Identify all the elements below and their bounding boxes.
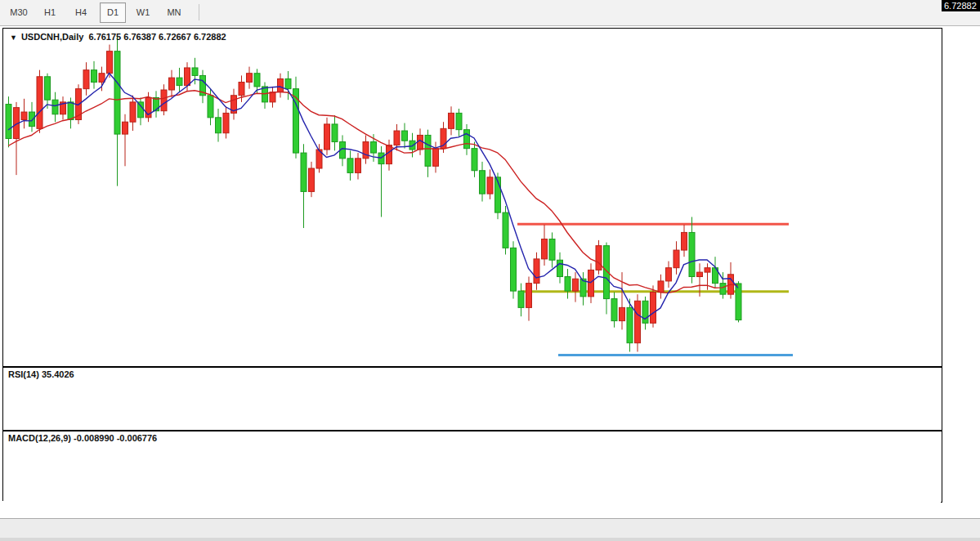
candle-body bbox=[449, 113, 454, 128]
candle-body bbox=[192, 68, 198, 75]
candle-body bbox=[45, 77, 51, 100]
candle-body bbox=[363, 142, 369, 159]
timeframe-toolbar: M30H1H4D1W1MN bbox=[0, 0, 980, 26]
candle-body bbox=[682, 232, 687, 250]
chart-symbol: USDCNH,Daily bbox=[21, 32, 83, 42]
candle-body bbox=[487, 177, 493, 194]
candle-body bbox=[371, 142, 377, 154]
candle-body bbox=[565, 277, 571, 292]
rsi-chart bbox=[3, 368, 940, 428]
candle-body bbox=[642, 301, 648, 323]
candle-body bbox=[666, 268, 672, 281]
candle-body bbox=[433, 149, 439, 167]
candle-body bbox=[387, 145, 392, 164]
candle-body bbox=[425, 135, 431, 166]
current-price-badge: 6.72882 bbox=[942, 0, 980, 11]
candle-body bbox=[627, 307, 633, 342]
candle-body bbox=[689, 232, 695, 276]
candle-body bbox=[480, 171, 486, 194]
candle-body bbox=[620, 307, 625, 320]
candle-body bbox=[673, 250, 679, 268]
candle-body bbox=[123, 122, 128, 134]
candle-body bbox=[223, 113, 229, 132]
candle-body bbox=[697, 272, 703, 276]
date-axis bbox=[2, 501, 941, 517]
candle-body bbox=[99, 74, 105, 83]
candle-body bbox=[270, 92, 275, 102]
candle-body bbox=[6, 105, 11, 139]
candle-body bbox=[557, 260, 563, 276]
candle-body bbox=[21, 112, 27, 119]
candle-body bbox=[542, 239, 548, 259]
candle-body bbox=[185, 68, 190, 86]
candle-body bbox=[114, 51, 120, 134]
rsi-label: RSI(14) 35.4026 bbox=[8, 369, 74, 379]
candle-body bbox=[394, 131, 400, 145]
timeframe-button-m30[interactable]: M30 bbox=[7, 3, 31, 21]
candle-body bbox=[549, 239, 555, 261]
candle-body bbox=[324, 124, 330, 150]
candle-body bbox=[635, 301, 641, 342]
candle-body bbox=[464, 130, 470, 149]
candle-body bbox=[651, 292, 656, 323]
toolbar-separator bbox=[199, 4, 199, 20]
candle-body bbox=[418, 135, 423, 150]
candle-body bbox=[658, 281, 664, 293]
candle-body bbox=[596, 246, 602, 270]
candle-body bbox=[332, 124, 338, 142]
candlestick-chart bbox=[3, 29, 940, 364]
candle-body bbox=[301, 153, 307, 191]
candle-body bbox=[254, 74, 260, 87]
candle-body bbox=[309, 168, 315, 191]
price-chart-pane[interactable] bbox=[2, 28, 942, 367]
candle-body bbox=[402, 131, 408, 141]
candle-body bbox=[161, 90, 167, 111]
timeframe-button-h1[interactable]: H1 bbox=[38, 3, 62, 21]
candle-body bbox=[573, 279, 579, 291]
candle-body bbox=[611, 299, 617, 321]
candle-body bbox=[472, 149, 477, 171]
candle-body bbox=[177, 78, 182, 85]
timeframe-button-h4[interactable]: H4 bbox=[69, 3, 93, 21]
timeframe-button-mn[interactable]: MN bbox=[162, 3, 186, 21]
candle-body bbox=[736, 284, 741, 320]
candle-body bbox=[720, 284, 726, 295]
candle-body bbox=[378, 153, 384, 164]
timeframe-button-w1[interactable]: W1 bbox=[131, 3, 155, 21]
candle-body bbox=[503, 212, 508, 248]
candle-body bbox=[293, 89, 299, 153]
candle-body bbox=[705, 268, 710, 272]
macd-label: MACD(12,26,9) -0.008990 -0.006776 bbox=[8, 433, 157, 443]
rsi-pane[interactable] bbox=[2, 367, 942, 431]
candle-body bbox=[130, 102, 136, 122]
candle-body bbox=[29, 112, 35, 127]
candle-body bbox=[239, 83, 244, 96]
candle-body bbox=[456, 113, 462, 129]
timeframe-button-d1[interactable]: D1 bbox=[100, 2, 126, 23]
candle-body bbox=[92, 70, 97, 83]
chart-ohlc-values: 6.76175 6.76387 6.72667 6.72882 bbox=[88, 32, 226, 42]
candle-body bbox=[511, 248, 517, 291]
candle-body bbox=[216, 118, 222, 133]
candle-body bbox=[83, 70, 89, 89]
candle-body bbox=[526, 284, 532, 308]
chart-tab-bar bbox=[0, 518, 980, 539]
candle-body bbox=[68, 102, 74, 120]
candle-body bbox=[208, 96, 213, 118]
candle-body bbox=[52, 100, 58, 114]
candle-body bbox=[169, 78, 175, 90]
candle-body bbox=[347, 159, 353, 173]
candle-body bbox=[107, 51, 113, 74]
bottom-strip bbox=[0, 538, 980, 541]
candle-body bbox=[285, 78, 291, 88]
candlestick-series bbox=[6, 51, 741, 343]
symbol-dropdown-icon[interactable]: ▼ bbox=[10, 34, 17, 42]
candle-body bbox=[588, 270, 594, 296]
candle-body bbox=[356, 159, 361, 173]
candle-body bbox=[518, 291, 524, 307]
candle-body bbox=[37, 77, 43, 129]
chart-title: ▼USDCNH,Daily 6.76175 6.76387 6.72667 6.… bbox=[10, 32, 226, 42]
candle-body bbox=[278, 78, 284, 92]
candle-body bbox=[247, 74, 253, 83]
candle-body bbox=[154, 97, 159, 110]
